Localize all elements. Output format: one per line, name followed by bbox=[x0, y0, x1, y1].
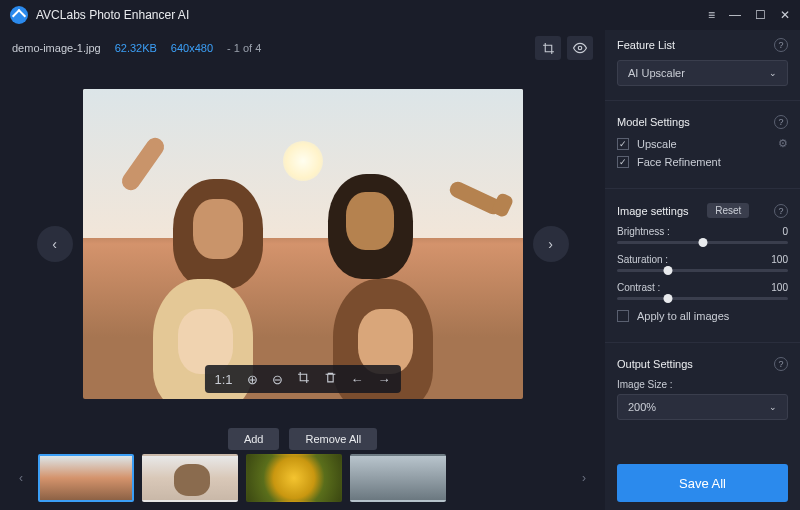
face-refine-checkbox[interactable]: ✓ bbox=[617, 156, 629, 168]
help-icon[interactable]: ? bbox=[774, 204, 788, 218]
preview-eye-icon[interactable] bbox=[567, 36, 593, 60]
crop-tool-icon[interactable] bbox=[297, 371, 310, 387]
thumb-prev-button[interactable]: ‹ bbox=[12, 454, 30, 502]
menu-icon[interactable]: ≡ bbox=[708, 8, 715, 22]
chevron-down-icon: ⌄ bbox=[769, 402, 777, 412]
thumbnail-strip: ‹ › bbox=[12, 454, 593, 502]
feature-list-panel: Feature List ? AI Upscaler ⌄ bbox=[617, 38, 788, 86]
minimize-icon[interactable]: — bbox=[729, 8, 741, 22]
help-icon[interactable]: ? bbox=[774, 357, 788, 371]
apply-all-label: Apply to all images bbox=[637, 310, 729, 322]
saturation-label: Saturation : bbox=[617, 254, 668, 265]
zoom-in-icon[interactable]: ⊕ bbox=[247, 372, 258, 387]
face-refine-label: Face Refinement bbox=[637, 156, 721, 168]
thumb-next-button[interactable]: › bbox=[575, 454, 593, 502]
output-settings-panel: Output Settings ? Image Size : 200% ⌄ bbox=[617, 357, 788, 420]
close-icon[interactable]: ✕ bbox=[780, 8, 790, 22]
window-controls: ≡ — ☐ ✕ bbox=[708, 8, 790, 22]
add-button[interactable]: Add bbox=[228, 428, 280, 450]
contrast-slider[interactable] bbox=[617, 297, 788, 300]
image-settings-title: Image settings bbox=[617, 205, 689, 217]
upscale-checkbox[interactable]: ✓ bbox=[617, 138, 629, 150]
thumbnail-2[interactable] bbox=[142, 454, 238, 502]
remove-all-button[interactable]: Remove All bbox=[289, 428, 377, 450]
brightness-label: Brightness : bbox=[617, 226, 670, 237]
contrast-label: Contrast : bbox=[617, 282, 660, 293]
thumbnail-actions: Add Remove All bbox=[12, 428, 593, 450]
svg-point-0 bbox=[578, 46, 582, 50]
image-size-label: Image Size : bbox=[617, 379, 788, 390]
zoom-ratio-button[interactable]: 1:1 bbox=[214, 372, 232, 387]
image-size-select[interactable]: 200% ⌄ bbox=[617, 394, 788, 420]
image-viewer: ‹ 1:1 ⊕ ⊖ ← bbox=[12, 66, 593, 422]
file-index: - 1 of 4 bbox=[227, 42, 261, 54]
thumbnail-3[interactable] bbox=[246, 454, 342, 502]
gear-icon[interactable]: ⚙ bbox=[778, 137, 788, 150]
feature-list-title: Feature List bbox=[617, 39, 675, 51]
image-settings-panel: Image settings Reset ? Brightness : 0 Sa… bbox=[617, 203, 788, 328]
apply-all-checkbox[interactable] bbox=[617, 310, 629, 322]
file-dimensions: 640x480 bbox=[171, 42, 213, 54]
chevron-down-icon: ⌄ bbox=[769, 68, 777, 78]
saturation-value: 100 bbox=[771, 254, 788, 265]
output-settings-title: Output Settings bbox=[617, 358, 693, 370]
save-all-button[interactable]: Save All bbox=[617, 464, 788, 502]
preview-image: 1:1 ⊕ ⊖ ← → bbox=[83, 89, 523, 399]
feature-select[interactable]: AI Upscaler ⌄ bbox=[617, 60, 788, 86]
file-info-bar: demo-image-1.jpg 62.32KB 640x480 - 1 of … bbox=[12, 36, 593, 60]
brightness-value: 0 bbox=[782, 226, 788, 237]
help-icon[interactable]: ? bbox=[774, 38, 788, 52]
model-settings-title: Model Settings bbox=[617, 116, 690, 128]
prev-image-button[interactable]: ‹ bbox=[37, 226, 73, 262]
reset-button[interactable]: Reset bbox=[707, 203, 749, 218]
feature-selected-value: AI Upscaler bbox=[628, 67, 685, 79]
titlebar: AVCLabs Photo Enhancer AI ≡ — ☐ ✕ bbox=[0, 0, 800, 30]
thumbnail-4[interactable] bbox=[350, 454, 446, 502]
help-icon[interactable]: ? bbox=[774, 115, 788, 129]
redo-icon[interactable]: → bbox=[378, 372, 391, 387]
file-size: 62.32KB bbox=[115, 42, 157, 54]
image-size-value: 200% bbox=[628, 401, 656, 413]
undo-icon[interactable]: ← bbox=[351, 372, 364, 387]
next-image-button[interactable]: › bbox=[533, 226, 569, 262]
model-settings-panel: Model Settings ? ✓ Upscale ⚙ ✓ Face Refi… bbox=[617, 115, 788, 174]
upscale-label: Upscale bbox=[637, 138, 677, 150]
delete-icon[interactable] bbox=[324, 371, 337, 387]
crop-icon[interactable] bbox=[535, 36, 561, 60]
main-panel: demo-image-1.jpg 62.32KB 640x480 - 1 of … bbox=[0, 30, 605, 510]
app-logo-icon bbox=[10, 6, 28, 24]
zoom-out-icon[interactable]: ⊖ bbox=[272, 372, 283, 387]
file-name: demo-image-1.jpg bbox=[12, 42, 101, 54]
brightness-slider[interactable] bbox=[617, 241, 788, 244]
app-title: AVCLabs Photo Enhancer AI bbox=[36, 8, 708, 22]
sidebar: Feature List ? AI Upscaler ⌄ Model Setti… bbox=[605, 30, 800, 510]
thumbnail-1[interactable] bbox=[38, 454, 134, 502]
maximize-icon[interactable]: ☐ bbox=[755, 8, 766, 22]
image-toolbar: 1:1 ⊕ ⊖ ← → bbox=[204, 365, 400, 393]
saturation-slider[interactable] bbox=[617, 269, 788, 272]
contrast-value: 100 bbox=[771, 282, 788, 293]
